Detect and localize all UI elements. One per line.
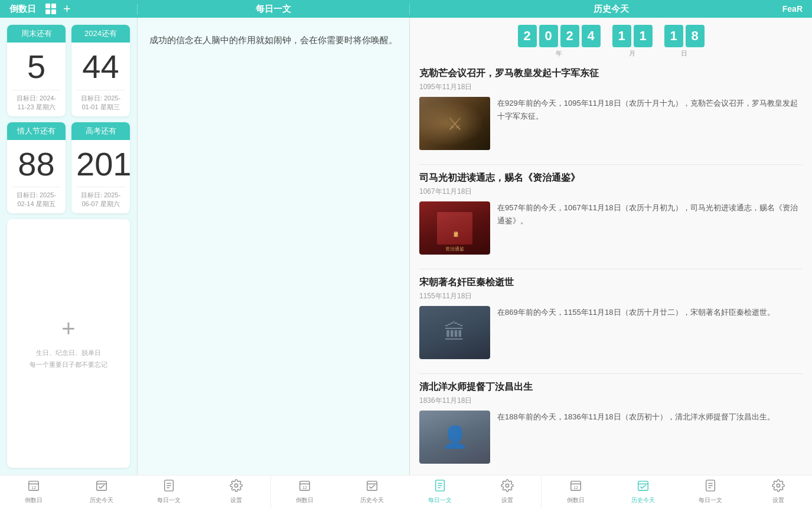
bottom-nav: 12 倒数日 历史今天 每日一文 设置 12 — [0, 475, 812, 508]
nav-item-daily-1[interactable]: 每日一文 — [135, 476, 203, 508]
history-content-4: 👤 在188年前的今天，1836年11月18日（农历初十），清北洋水师提督丁汝昌… — [419, 411, 803, 464]
document-icon-3 — [704, 479, 717, 495]
nav-label-countdown-2: 倒数日 — [296, 496, 314, 504]
nav-item-daily-3[interactable]: 每日一文 — [677, 476, 744, 508]
add-icon[interactable]: + — [63, 1, 71, 17]
history-date-1: 1095年11月18日 — [419, 82, 803, 92]
nav-item-history-1[interactable]: 历史今天 — [67, 476, 135, 508]
header-countdown-section: 倒数日 + — [0, 1, 137, 17]
nav-label-daily-3: 每日一文 — [699, 496, 722, 504]
settings-icon-2 — [501, 479, 514, 495]
countdown-card-gaokao: 高考还有 201 目标日: 2025-06-07 星期六 — [71, 122, 130, 214]
svg-point-29 — [777, 484, 780, 487]
countdown-number-valentine: 88 — [12, 146, 61, 183]
countdown-top-grid: 周末还有 5 目标日: 2024-11-23 星期六 2024还有 44 目标日… — [7, 25, 130, 116]
grid-icon[interactable] — [45, 4, 56, 14]
nav-label-history-2: 历史今天 — [360, 496, 384, 504]
history-title-1: 克勒芒会议召开，罗马教皇发起十字军东征 — [419, 67, 803, 80]
check-calendar-icon-3 — [637, 479, 650, 495]
countdown-card-2024-header: 2024还有 — [71, 25, 130, 43]
countdown-card-2024: 2024还有 44 目标日: 2025-01-01 星期三 — [71, 25, 130, 116]
nav-item-countdown-3[interactable]: 12 倒数日 — [542, 476, 609, 508]
add-countdown-card[interactable]: + 生日、纪念日、脱单日 每一个重要日子都不要忘记 — [7, 219, 130, 468]
history-desc-4: 在188年前的今天，1836年11月18日（农历初十），清北洋水师提督丁汝昌出生… — [497, 411, 775, 464]
nav-section-1: 12 倒数日 历史今天 每日一文 设置 — [0, 476, 270, 508]
nav-item-history-2[interactable]: 历史今天 — [338, 476, 406, 508]
month-label: 月 — [629, 49, 635, 58]
calendar-icon-1: 12 — [27, 479, 40, 495]
settings-icon-1 — [230, 479, 243, 495]
document-icon-1 — [162, 479, 175, 495]
nav-item-countdown-2[interactable]: 12 倒数日 — [271, 476, 338, 508]
history-date-2: 1067年11月18日 — [419, 187, 803, 197]
history-content-3: 🏛 在869年前的今天，1155年11月18日（农历十月廿二），宋朝著名奸臣秦桧… — [419, 306, 803, 359]
nav-item-settings-3[interactable]: 设置 — [745, 476, 812, 508]
calendar-icon-3: 12 — [569, 479, 582, 495]
daily-quote-text: 成功的信念在人脑中的作用就如闹钟，会在你需要时将你唤醒。 — [149, 32, 397, 48]
history-item-4: 清北洋水师提督丁汝昌出生 1836年11月18日 👤 在188年前的今天，183… — [419, 381, 803, 464]
nav-label-history-1: 历史今天 — [90, 496, 113, 504]
check-calendar-icon-2 — [366, 479, 379, 495]
day-digit-1: 1 — [664, 25, 683, 47]
history-date-3: 1155年11月18日 — [419, 291, 803, 301]
history-item-1: 克勒芒会议召开，罗马教皇发起十字军东征 1095年11月18日 ⚔ 在929年前… — [419, 67, 803, 150]
svg-rect-3 — [96, 481, 106, 491]
history-image-3: 🏛 — [419, 306, 490, 359]
svg-text:12: 12 — [31, 485, 36, 490]
svg-rect-13 — [367, 481, 377, 491]
countdown-number-gaokao: 201 — [76, 146, 125, 183]
header-countdown-title: 倒数日 — [9, 4, 36, 15]
nav-label-settings-2: 设置 — [501, 496, 513, 504]
nav-label-daily-1: 每日一文 — [157, 496, 181, 504]
year-group: 2 0 2 4 年 — [518, 25, 601, 58]
countdown-number-weekend: 5 — [12, 48, 61, 85]
nav-label-settings-1: 设置 — [230, 496, 242, 504]
year-digit-3: 2 — [560, 25, 579, 47]
app-header: 倒数日 + 每日一文 历史今天 FeaR — [0, 0, 812, 18]
history-title-4: 清北洋水师提督丁汝昌出生 — [419, 381, 803, 393]
history-image-4: 👤 — [419, 411, 490, 464]
nav-item-countdown-1[interactable]: 12 倒数日 — [0, 476, 67, 508]
history-title-3: 宋朝著名奸臣秦桧逝世 — [419, 276, 803, 289]
nav-item-settings-1[interactable]: 设置 — [203, 476, 270, 508]
header-history-title: 历史今天 — [593, 4, 629, 15]
nav-item-settings-2[interactable]: 设置 — [474, 476, 541, 508]
countdown-card-valentine-header: 情人节还有 — [7, 122, 66, 140]
nav-section-3: 12 倒数日 历史今天 每日一文 设置 — [541, 476, 812, 508]
history-panel: 2 0 2 4 年 1 1 月 1 8 — [410, 18, 812, 475]
countdown-card-gaokao-header: 高考还有 — [71, 122, 130, 140]
history-date-display: 2 0 2 4 年 1 1 月 1 8 — [419, 25, 803, 58]
countdown-card-valentine: 情人节还有 88 目标日: 2025-02-14 星期五 — [7, 122, 66, 214]
svg-text:12: 12 — [302, 485, 307, 490]
settings-icon-3 — [772, 479, 785, 495]
svg-point-19 — [506, 484, 509, 487]
year-digit-4: 4 — [582, 25, 601, 47]
document-icon-2 — [433, 479, 446, 495]
countdown-target-weekend: 目标日: 2024-11-23 星期六 — [12, 90, 61, 112]
history-item-2: 司马光初进读通志，赐名《资治通鉴》 1067年11月18日 资治通鉴 资治通鉴 … — [419, 172, 803, 255]
svg-point-9 — [235, 484, 239, 487]
nav-section-2: 12 倒数日 历史今天 每日一文 设置 — [270, 476, 542, 508]
countdown-target-gaokao: 目标日: 2025-06-07 星期六 — [76, 187, 125, 209]
history-divider-2 — [419, 269, 803, 269]
add-plus-icon: + — [61, 317, 75, 340]
history-image-2: 资治通鉴 资治通鉴 — [419, 201, 490, 255]
nav-label-settings-3: 设置 — [772, 496, 784, 504]
check-calendar-icon-1 — [95, 479, 108, 495]
nav-item-daily-2[interactable]: 每日一文 — [406, 476, 474, 508]
nav-label-countdown-3: 倒数日 — [567, 496, 585, 504]
header-daily-section: 每日一文 — [137, 4, 410, 15]
add-card-text: 生日、纪念日、脱单日 每一个重要日子都不要忘记 — [30, 347, 107, 371]
nav-label-daily-2-active: 每日一文 — [428, 496, 452, 504]
day-group: 1 8 日 — [664, 25, 705, 58]
history-divider-1 — [419, 164, 803, 165]
history-desc-3: 在869年前的今天，1155年11月18日（农历十月廿二），宋朝著名奸臣秦桧逝世… — [497, 306, 775, 359]
countdown-panel: 周末还有 5 目标日: 2024-11-23 星期六 2024还有 44 目标日… — [0, 18, 137, 475]
main-area: 周末还有 5 目标日: 2024-11-23 星期六 2024还有 44 目标日… — [0, 18, 812, 475]
month-digit-2: 1 — [634, 25, 653, 47]
countdown-target-valentine: 目标日: 2025-02-14 星期五 — [12, 187, 61, 209]
nav-item-history-3[interactable]: 历史今天 — [609, 476, 677, 508]
month-group: 1 1 月 — [612, 25, 653, 58]
header-daily-title: 每日一文 — [256, 4, 291, 15]
header-history-section: 历史今天 — [410, 4, 812, 15]
